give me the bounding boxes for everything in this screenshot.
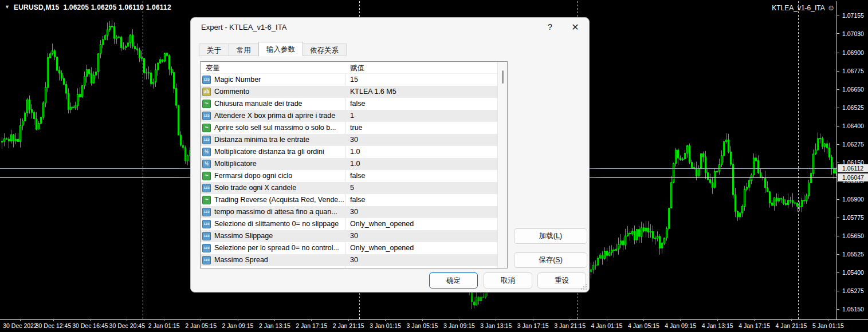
time-axis-label: 3 Jan 13:15 (480, 322, 512, 329)
price-axis[interactable]: 1.071551.070301.069001.067751.066501.065… (836, 1, 868, 319)
time-axis-label: 3 Jan 17:15 (517, 322, 549, 329)
param-name: Chiusura manuale dei trade (214, 100, 344, 108)
table-row[interactable]: 123 Selezione di slittamento 0= no slipp… (201, 218, 497, 230)
bool-param-icon: ~ (202, 172, 211, 180)
mt4-terminal-window: ▼ EURUSD,M15 1.06205 1.06205 1.06110 1.0… (0, 0, 868, 332)
param-value[interactable]: 30 (350, 136, 358, 144)
dialog-tabs: 关于常用输入参数依存关系 (199, 42, 347, 56)
table-row[interactable]: ~ Aprire solo sell sul massimo o solo b.… (201, 122, 497, 134)
time-axis-label: 4 Jan 05:15 (628, 322, 659, 329)
table-row[interactable]: ½ Moltiplicatore distanza tra gli ordini… (201, 146, 497, 158)
table-row[interactable]: ~ Chiusura manuale dei trade false (201, 98, 497, 110)
time-axis[interactable]: 30 Dec 202230 Dec 12:4530 Dec 16:4530 De… (0, 319, 868, 332)
table-row[interactable]: 123 Magic Number 15 (201, 74, 497, 86)
price-tick (837, 254, 839, 255)
param-value[interactable]: true (350, 124, 363, 132)
price-axis-label: 1.06275 (842, 141, 864, 148)
param-name: Attendere X box prima di aprire i trade (214, 112, 344, 120)
price-axis-label: 1.07030 (842, 30, 864, 37)
table-row[interactable]: ~ Trading Reverse (Acquista Red, Vende..… (201, 194, 497, 206)
load-button[interactable]: 加载(L) (514, 228, 587, 244)
param-value[interactable]: 1 (350, 112, 354, 120)
time-axis-label: 3 Jan 21:15 (554, 322, 586, 329)
table-row[interactable]: 123 Massimo Slippage 30 (201, 230, 497, 242)
table-row[interactable]: 123 Selezione per lo spread 0= no contro… (201, 242, 497, 254)
dialog-titlebar[interactable]: Expert - KTLEA_v1-6_ITA ? ✕ (191, 18, 589, 37)
param-value[interactable]: 30 (350, 208, 358, 216)
ea-smiley-icon[interactable]: ☺ (827, 3, 835, 12)
symbol-dropdown-arrow-icon[interactable]: ▼ (5, 4, 10, 10)
time-axis-label: 4 Jan 17:15 (739, 322, 770, 329)
param-value[interactable]: false (350, 100, 365, 108)
table-row[interactable]: 123 Massimo Spread 30 (201, 254, 497, 266)
time-axis-label: 2 Jan 13:15 (259, 322, 290, 329)
param-value[interactable]: 5 (350, 184, 354, 192)
time-tick (53, 319, 54, 321)
time-tick (127, 319, 127, 321)
tab-3[interactable]: 依存关系 (303, 44, 347, 56)
param-name: Fermarsi dopo ogni ciclo (214, 172, 344, 180)
price-tick (837, 53, 839, 53)
param-value[interactable]: Only_when_opened (350, 220, 414, 228)
time-tick (717, 319, 718, 321)
table-scrollbar[interactable] (497, 62, 507, 268)
price-axis-label: 1.06650 (842, 86, 864, 93)
table-row[interactable]: 123 tempo massimo di attesa fino a quan.… (201, 206, 497, 218)
time-tick (201, 319, 201, 321)
table-row[interactable]: 123 Distanza minima tra le entrate 30 (201, 134, 497, 146)
dialog-title: Expert - KTLEA_v1-6_ITA (201, 23, 286, 31)
expert-properties-dialog: Expert - KTLEA_v1-6_ITA ? ✕ 关于常用输入参数依存关系… (190, 17, 590, 293)
time-axis-label: 4 Jan 01:15 (591, 322, 623, 329)
cancel-button[interactable]: 取消 (484, 272, 532, 288)
resize-grip[interactable] (581, 284, 587, 290)
param-value[interactable]: false (350, 196, 365, 204)
param-value[interactable]: KTLEA 1.6 M5 (350, 88, 396, 96)
header-value: 赋值 (350, 64, 364, 73)
time-tick (643, 319, 644, 321)
param-value[interactable]: 1.0 (350, 160, 360, 168)
table-row[interactable]: ½ Moltiplicatore 1.0 (201, 158, 497, 170)
number-param-icon: 123 (202, 208, 211, 216)
scrollbar-thumb[interactable] (502, 70, 504, 84)
price-tick (837, 291, 839, 291)
time-axis-label: 30 Dec 16:45 (72, 322, 108, 329)
param-name: Solo trade ogni X candele (214, 184, 344, 192)
price-tick (837, 108, 839, 108)
param-name: Moltiplicatore distanza tra gli ordini (214, 148, 344, 156)
time-tick (311, 319, 312, 321)
close-icon[interactable]: ✕ (563, 18, 588, 37)
tab-0[interactable]: 关于 (199, 44, 229, 56)
param-value[interactable]: 30 (350, 232, 358, 240)
time-axis-label: 2 Jan 09:15 (222, 322, 254, 329)
table-row[interactable]: ab Commento KTLEA 1.6 M5 (201, 86, 497, 98)
param-name: Selezione di slittamento 0= no slippage (214, 220, 344, 228)
param-value[interactable]: 1.0 (350, 148, 360, 156)
param-name: Commento (214, 88, 344, 96)
number-param-icon: ½ (202, 148, 211, 156)
param-value[interactable]: Only_when_opened (350, 244, 414, 252)
number-param-icon: 123 (202, 244, 211, 252)
price-tick (837, 199, 839, 200)
table-row[interactable]: 123 Solo trade ogni X candele 5 (201, 182, 497, 194)
param-value[interactable]: false (350, 172, 365, 180)
help-button[interactable]: ? (537, 18, 563, 37)
time-tick (238, 319, 238, 321)
table-row[interactable]: ~ Fermarsi dopo ogni ciclo false (201, 170, 497, 182)
input-parameters-table[interactable]: 变量 赋值 123 Magic Number 15 ab Commento KT… (200, 61, 508, 268)
tab-2[interactable]: 输入参数 (258, 42, 303, 56)
ok-button[interactable]: 确定 (429, 272, 478, 288)
time-tick (496, 319, 496, 321)
price-axis-label: 1.05900 (842, 196, 864, 203)
header-variable: 变量 (206, 64, 220, 73)
table-row[interactable]: 123 Attendere X box prima di aprire i tr… (201, 110, 497, 122)
param-value[interactable]: 30 (350, 256, 358, 264)
save-button[interactable]: 保存(S) (514, 252, 587, 268)
tab-1[interactable]: 常用 (229, 44, 259, 56)
price-axis-label: 1.05150 (842, 306, 864, 313)
param-name: Moltiplicatore (214, 160, 344, 168)
time-axis-label: 3 Jan 09:15 (443, 322, 475, 329)
param-value[interactable]: 15 (350, 76, 358, 84)
reset-button[interactable]: 重设 (537, 272, 586, 288)
current-price-marker: 1.06047 (838, 173, 868, 181)
number-param-icon: 123 (202, 136, 211, 144)
